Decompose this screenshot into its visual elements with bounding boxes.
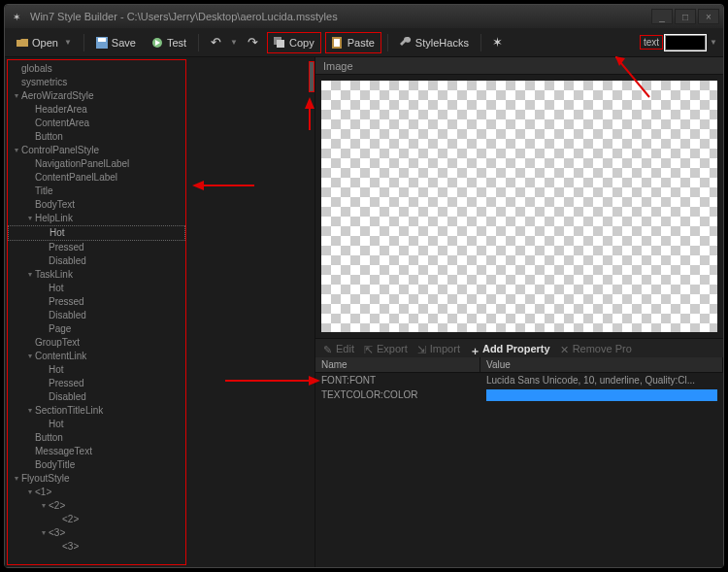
tree-item[interactable]: Disabled (8, 309, 185, 322)
tree-item-label: <2> (62, 513, 79, 526)
tree-item[interactable]: ▾<1> (8, 486, 185, 499)
tree-item[interactable]: Hot (8, 282, 185, 295)
tree-item-label: Disabled (49, 309, 86, 322)
tree-item-label: Pressed (49, 377, 84, 390)
pencil-icon: ✎ (323, 344, 333, 353)
tree-arrow-icon: ▾ (39, 499, 49, 513)
minimize-button[interactable]: _ (651, 9, 673, 24)
tree-item[interactable]: globals (8, 62, 185, 76)
tree-arrow-icon: ▾ (25, 404, 35, 418)
tree-arrow-icon: ▾ (39, 526, 49, 540)
tree-arrow-icon: ▾ (12, 472, 21, 486)
chevron-down-icon: ▼ (710, 38, 717, 47)
tree-item-label: globals (21, 62, 52, 76)
prop-value-cell[interactable]: Lucida Sans Unicode, 10, underline, Qual… (480, 373, 723, 387)
tree-item[interactable]: Button (8, 431, 185, 445)
tree-item-label: Hot (49, 363, 64, 377)
tree-item[interactable]: ▾FlyoutStyle (8, 472, 185, 486)
tree-item-label: TaskLink (35, 268, 73, 282)
tree-item[interactable]: ▾SectionTitleLink (8, 404, 185, 418)
tree-item[interactable]: Button (8, 130, 185, 144)
save-label: Save (112, 37, 136, 49)
col-name-header[interactable]: Name (315, 357, 480, 372)
titlebar[interactable]: ✶ Win7 Style Builder - C:\Users\Jerry\De… (5, 5, 723, 28)
import-button[interactable]: ⇲Import (414, 343, 464, 354)
tree-item[interactable]: Pressed (8, 295, 185, 309)
window-buttons: _ □ × (651, 9, 719, 24)
undo-button[interactable]: ↶ (205, 32, 226, 53)
tree-item[interactable]: Page (8, 322, 185, 336)
tree-item[interactable]: <3> (8, 540, 185, 554)
tree-item[interactable]: ▾<3> (8, 526, 185, 540)
right-panel: Image ✎Edit ⇱Export ⇲Import ＋Add Propert… (314, 57, 723, 567)
tree-item[interactable]: GroupText (8, 336, 185, 350)
magic-icon[interactable]: ✶ (487, 32, 509, 53)
col-value-header[interactable]: Value (480, 357, 723, 372)
tree-item[interactable]: HeaderArea (8, 103, 185, 117)
tree-item-label: Disabled (49, 254, 86, 268)
chevron-down-icon: ▼ (64, 38, 72, 47)
paste-button[interactable]: Paste (325, 32, 381, 53)
save-button[interactable]: Save (90, 32, 142, 53)
tree-item[interactable]: Disabled (8, 254, 185, 268)
maximize-button[interactable]: □ (675, 9, 696, 24)
tree-item[interactable]: ContentArea (8, 117, 185, 130)
add-property-button[interactable]: ＋Add Property (466, 343, 554, 354)
tree-item[interactable]: <2> (8, 513, 185, 526)
window-title: Win7 Style Builder - C:\Users\Jerry\Desk… (30, 11, 651, 22)
play-icon (151, 37, 163, 49)
tree-item[interactable]: NavigationPanelLabel (8, 157, 185, 171)
tree-item[interactable]: Disabled (8, 390, 185, 404)
folder-icon (17, 37, 28, 49)
copy-icon (274, 37, 285, 49)
test-button[interactable]: Test (146, 32, 192, 53)
tree-item[interactable]: Title (8, 185, 185, 198)
tree-item[interactable]: ▾ContentLink (8, 350, 185, 363)
tree-item[interactable]: Hot (8, 418, 185, 431)
tree-item-label: <3> (62, 540, 79, 554)
table-row[interactable]: TEXTCOLOR:COLOR (315, 387, 723, 403)
tree-item[interactable]: ContentPanelLabel (8, 171, 185, 185)
close-button[interactable]: × (698, 9, 719, 24)
stylehacks-button[interactable]: StyleHacks (394, 32, 475, 53)
tree-item-label: Page (49, 322, 71, 336)
tree-item-label: MessageText (35, 445, 92, 458)
tree-item-label: <2> (49, 499, 65, 513)
remove-property-button[interactable]: ✕Remove Pro (556, 343, 636, 354)
table-row[interactable]: FONT:FONTLucida Sans Unicode, 10, underl… (315, 373, 723, 387)
tree-item-label: Hot (50, 226, 65, 240)
tree-item[interactable]: ▾HelpLink (8, 212, 185, 225)
tree-item[interactable]: ▾TaskLink (8, 268, 185, 282)
search-input[interactable] (665, 35, 706, 50)
tree-item-label: Disabled (49, 390, 86, 404)
tree-item-label: Button (35, 431, 63, 445)
search-wrap: text ▼ (640, 35, 717, 50)
tree-item[interactable]: Hot (8, 225, 185, 241)
property-table[interactable]: FONT:FONTLucida Sans Unicode, 10, underl… (315, 373, 723, 567)
tree-panel[interactable]: globalssysmetrics▾AeroWizardStyleHeaderA… (7, 59, 186, 565)
splitter-grip[interactable] (309, 61, 314, 92)
style-tree[interactable]: globalssysmetrics▾AeroWizardStyleHeaderA… (8, 62, 185, 554)
tree-arrow-icon: ▾ (12, 89, 21, 103)
tree-item[interactable]: ▾ControlPanelStyle (8, 144, 185, 157)
copy-button[interactable]: Copy (267, 32, 321, 53)
edit-button[interactable]: ✎Edit (319, 343, 358, 354)
tree-item[interactable]: sysmetrics (8, 76, 185, 89)
tree-item[interactable]: ▾AeroWizardStyle (8, 89, 185, 103)
tree-item-label: FlyoutStyle (21, 472, 69, 486)
image-view[interactable] (315, 75, 723, 338)
tree-item-label: <1> (35, 486, 51, 499)
tree-item[interactable]: ▾<2> (8, 499, 185, 513)
prop-value-cell[interactable] (480, 387, 723, 403)
chevron-down-icon: ▼ (230, 38, 238, 47)
tree-item[interactable]: BodyTitle (8, 458, 185, 472)
export-button[interactable]: ⇱Export (360, 343, 412, 354)
tree-item[interactable]: MessageText (8, 445, 185, 458)
open-button[interactable]: Open▼ (11, 32, 78, 53)
tree-item[interactable]: Pressed (8, 241, 185, 254)
redo-button[interactable]: ↷ (242, 32, 263, 53)
stylehacks-label: StyleHacks (415, 37, 469, 49)
tree-item[interactable]: BodyText (8, 198, 185, 212)
tree-item[interactable]: Pressed (8, 377, 185, 390)
tree-item[interactable]: Hot (8, 363, 185, 377)
